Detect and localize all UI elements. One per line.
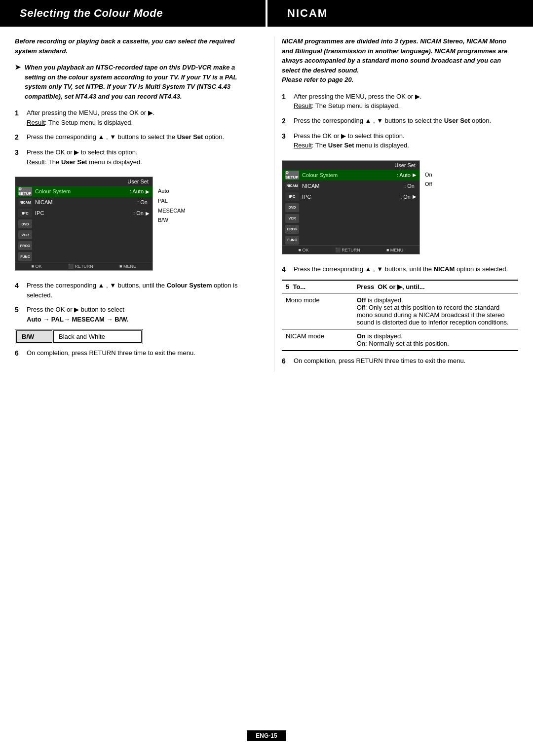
nicam-mode-nicam: NICAM mode xyxy=(282,329,353,351)
func-icon: FUNC xyxy=(18,252,32,261)
screen-row-dvd: DVD xyxy=(15,218,152,229)
nicam-mode-table: 5 To... Press OK or ▶, until... Mono mod… xyxy=(282,280,518,351)
step-number: 3 xyxy=(15,147,23,167)
right-side-label-off: Off xyxy=(425,180,432,189)
right-prog-icon: PROG xyxy=(285,225,299,234)
screen-value-colour: : Auto xyxy=(130,188,144,194)
right-column: NICAM programmes are divided into 3 type… xyxy=(274,36,518,371)
step-content: Press the corresponding ▲ , ▼ buttons, u… xyxy=(294,264,518,275)
screen-return-label: ⬛ RETURN xyxy=(68,264,93,269)
right-screen: User Set ⚙ SETUP Colour System : Auto ▶ … xyxy=(282,160,420,254)
step-number: 4 xyxy=(15,281,23,300)
left-screen-side-labels: Auto PAL MESECAM B/W xyxy=(158,172,186,225)
right-screen-arrow-ipc: ▶ xyxy=(413,194,417,199)
right-screen-row-ipc: IPC IPC : On ▶ xyxy=(282,191,419,202)
header-row: Selecting the Colour Mode NICAM xyxy=(0,0,533,27)
side-label-auto: Auto xyxy=(158,186,186,196)
left-section-title: Selecting the Colour Mode xyxy=(0,0,266,27)
right-setup-icon: ⚙ SETUP xyxy=(285,171,299,180)
left-step-1: 1 After pressing the MENU, press the OK … xyxy=(15,108,252,127)
right-screen-row-setup: ⚙ SETUP Colour System : Auto ▶ xyxy=(282,170,419,180)
step-number: 6 xyxy=(15,348,23,359)
screen-title-bar: User Set xyxy=(15,177,152,186)
screen-menu-label: ■ MENU xyxy=(119,264,136,269)
nicam-table-header-to: 5 To... xyxy=(282,280,353,293)
right-step-2: 2 Press the corresponding ▲ , ▼ buttons … xyxy=(282,116,518,126)
setup-icon: ⚙ SETUP xyxy=(18,187,32,196)
screen-value-nicam: : On xyxy=(137,199,148,205)
content-area: Before recording or playing back a casse… xyxy=(0,27,533,371)
step-content: After pressing the MENU, press the OK or… xyxy=(294,92,518,111)
page-number-badge: ENG-15 xyxy=(247,730,286,741)
left-step-4: 4 Press the corresponding ▲ , ▼ buttons,… xyxy=(15,281,252,300)
left-intro: Before recording or playing back a casse… xyxy=(15,36,252,56)
step-content: Press the OK or ▶ button to select Auto … xyxy=(27,305,252,324)
step-content: Press the corresponding ▲ , ▼ buttons to… xyxy=(27,132,252,143)
step-content: On completion, press RETURN three times … xyxy=(294,356,518,366)
right-screen-row-func: FUNC xyxy=(282,235,419,246)
right-screen-title-bar: User Set xyxy=(282,161,419,170)
left-step-5: 5 Press the OK or ▶ button to select Aut… xyxy=(15,305,252,324)
step-content: On completion, press RETURN three time t… xyxy=(27,348,252,359)
left-bullet-block: ➤ When you playback an NTSC-recorded tap… xyxy=(15,63,252,101)
right-screen-value-colour: : Auto xyxy=(397,172,411,178)
nicam-desc-mono: Off is displayed. Off: Only set at this … xyxy=(353,293,518,329)
step-number: 2 xyxy=(282,116,290,126)
right-ipc-icon: IPC xyxy=(285,192,299,201)
prog-icon: PROG xyxy=(18,241,32,250)
right-screen-label-nicam: NICAM xyxy=(302,183,404,189)
right-screen-container: User Set ⚙ SETUP Colour System : Auto ▶ … xyxy=(282,155,518,259)
right-dvd-icon: DVD xyxy=(285,203,299,212)
screen-value-ipc: : On xyxy=(133,210,144,216)
screen-arrow-ipc: ▶ xyxy=(146,211,150,216)
right-screen-return-label: ⬛ RETURN xyxy=(335,248,360,252)
right-func-icon: FUNC xyxy=(285,236,299,245)
step-content: Press the corresponding ▲ , ▼ buttons to… xyxy=(294,116,518,126)
right-step-3: 3 Press the OK or ▶ to select this optio… xyxy=(282,131,518,150)
step-number: 1 xyxy=(15,108,23,127)
screen-row-func: FUNC xyxy=(15,251,152,262)
nicam-mode-mono: Mono mode xyxy=(282,293,353,329)
bullet-arrow-icon: ➤ xyxy=(15,63,21,101)
nicam-table-row-nicam: NICAM mode On is displayed. On: Normally… xyxy=(282,329,518,351)
left-column: Before recording or playing back a casse… xyxy=(15,36,259,371)
step-content: Press the OK or ▶ to select this option.… xyxy=(294,131,518,150)
left-step-2: 2 Press the corresponding ▲ , ▼ buttons … xyxy=(15,132,252,143)
step-content: Press the corresponding ▲ , ▼ buttons, u… xyxy=(27,281,252,300)
vcr-icon: VCR xyxy=(18,230,32,239)
screen-label-colour: Colour System xyxy=(35,188,130,194)
right-nicam-icon: NICAM xyxy=(285,181,299,190)
screen-row-vcr: VCR xyxy=(15,229,152,240)
page: Selecting the Colour Mode NICAM Before r… xyxy=(0,0,533,756)
nicam-desc-nicam: On is displayed. On: Normally set at thi… xyxy=(353,329,518,351)
screen-label-ipc: IPC xyxy=(35,210,133,216)
right-screen-arrow-colour: ▶ xyxy=(413,172,417,178)
right-screen-ok-label: ■ OK xyxy=(299,248,309,252)
left-screen-container: User Set ⚙ SETUP Colour System : Auto ▶ … xyxy=(15,172,252,276)
right-vcr-icon: VCR xyxy=(285,214,299,223)
step-number: 2 xyxy=(15,132,23,143)
screen-row-nicam: NICAM NICAM : On xyxy=(15,197,152,208)
right-screen-label-colour: Colour System xyxy=(302,172,397,178)
right-step-6: 6 On completion, press RETURN three time… xyxy=(282,356,518,366)
step-number: 6 xyxy=(282,356,290,366)
bw-cell-value: Black and White xyxy=(53,330,142,343)
step-number: 5 xyxy=(15,305,23,324)
screen-row-prog: PROG xyxy=(15,240,152,251)
right-screen-bottom-bar: ■ OK ⬛ RETURN ■ MENU xyxy=(282,246,419,254)
step-number: 3 xyxy=(282,131,290,150)
screen-row-ipc: IPC IPC : On ▶ xyxy=(15,208,152,218)
left-step-6: 6 On completion, press RETURN three time… xyxy=(15,348,252,359)
right-section-title: NICAM xyxy=(267,0,533,27)
right-intro: NICAM programmes are divided into 3 type… xyxy=(282,36,518,85)
side-label-bw: B/W xyxy=(158,216,186,225)
left-screen: User Set ⚙ SETUP Colour System : Auto ▶ … xyxy=(15,177,153,271)
bw-cell-label: B/W xyxy=(16,330,52,343)
right-screen-label-ipc: IPC xyxy=(302,194,400,200)
side-label-pal: PAL xyxy=(158,196,186,206)
right-screen-value-ipc: : On xyxy=(400,194,411,200)
page-footer: ENG-15 xyxy=(0,730,533,741)
right-screen-menu-label: ■ MENU xyxy=(386,248,403,252)
step-number: 1 xyxy=(282,92,290,111)
step-content: Press the OK or ▶ to select this option.… xyxy=(27,147,252,167)
